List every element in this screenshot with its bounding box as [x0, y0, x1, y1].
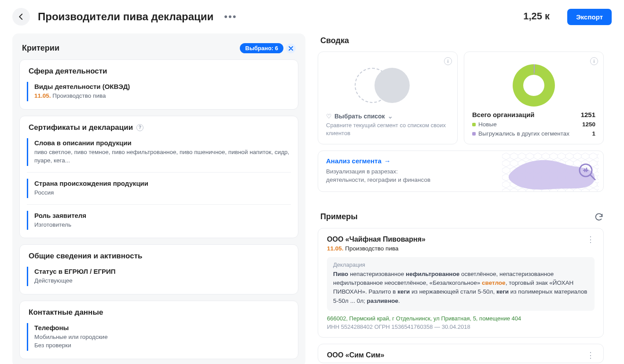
legend-dot-violet [472, 132, 476, 136]
back-button[interactable] [12, 8, 30, 26]
info-icon[interactable]: i [444, 57, 452, 65]
criteria-item-value: 11.05. Производство пива [34, 92, 291, 100]
criteria-item-value: Россия [34, 189, 291, 197]
pick-list-label: Выбрать список [334, 113, 385, 120]
example-more-button[interactable]: ⋮ [587, 351, 595, 359]
criteria-item-value: пиво светлое, пиво темное, пиво нефильтр… [34, 148, 291, 165]
criteria-group-title: Общие сведения и активность [20, 245, 298, 267]
help-icon[interactable]: ? [136, 124, 143, 131]
criteria-item-value: Мобильные или городские [34, 333, 291, 342]
summary-compare-card: i ♡ Выбрать список ⌄ Сравните текущий се… [318, 51, 458, 144]
page-title: Производители пива декларации [38, 11, 213, 23]
stat-total-label: Всего организаций [472, 111, 534, 118]
export-button[interactable]: Экспорт [567, 9, 612, 25]
summary-title: Сводка [320, 36, 349, 45]
declaration-box: Декларация Пиво непастеризованное нефиль… [327, 257, 595, 311]
stat-row-value: 1250 [582, 121, 595, 128]
venn-diagram [326, 58, 449, 109]
criteria-group-certificates: Сертификаты и декларации ? Слова в описа… [19, 116, 298, 239]
criteria-item-value: Действующее [34, 277, 291, 285]
declaration-label: Декларация [333, 261, 588, 268]
okved-code: 11.05. [34, 92, 51, 99]
criteria-item[interactable]: Страна происхождения продукции Россия [27, 179, 291, 198]
heart-icon: ♡ [326, 113, 332, 120]
criteria-title: Критерии [22, 44, 59, 53]
map-decoration-icon [502, 153, 599, 192]
segment-analysis-card[interactable]: Анализ сегмента → Визуализация в разреза… [318, 151, 604, 192]
segment-analysis-link[interactable]: Анализ сегмента → [326, 157, 391, 165]
donut-chart [513, 64, 555, 107]
compare-subtext: Сравните текущий сегмент со списком свои… [326, 121, 449, 137]
refresh-icon[interactable] [594, 212, 604, 222]
arrow-right-icon: → [384, 157, 391, 165]
arrow-left-icon [17, 13, 25, 21]
criteria-item-title: Страна происхождения продукции [34, 180, 291, 187]
criteria-item[interactable]: Роль заявителя Изготовитель [27, 211, 291, 230]
criteria-item[interactable]: Слова в описании продукции пиво светлое,… [27, 138, 291, 166]
criteria-item-value: Изготовитель [34, 221, 291, 229]
criteria-item-title: Роль заявителя [34, 212, 291, 219]
example-okved: 11.05. Производство пива [327, 245, 595, 252]
selected-count-chip[interactable]: Выбрано: 6 [240, 43, 283, 53]
criteria-group-title: Контактные данные [20, 301, 298, 323]
declaration-text: Пиво непастеризованное нефильтрованное о… [333, 270, 588, 305]
criteria-group-general: Общие сведения и активность Статус в ЕГР… [19, 244, 298, 294]
stat-row-label: Новые [478, 121, 497, 128]
example-meta: ИНН 5524288402 ОГРН 1536541760358 — 30.0… [327, 324, 595, 330]
more-menu-button[interactable]: ••• [224, 11, 237, 22]
stat-row-label: Выгружались в других сегментах [478, 130, 569, 137]
close-icon [289, 46, 293, 51]
example-card[interactable]: ООО «Чайфная Пивоварня» ⋮ 11.05. Произво… [318, 228, 604, 338]
example-company-name: ООО «Сим Сим» [327, 351, 384, 359]
criteria-item-value: Без проверки [34, 342, 291, 350]
criteria-item-title: Статус в ЕГРЮЛ / ЕГРИП [34, 268, 291, 275]
example-company-name: ООО «Чайфная Пивоварня» [327, 235, 426, 243]
example-address: 666002, Пермский край, г Отдельнинск, ул… [327, 315, 595, 322]
summary-stats-card: i Всего организаций 1251 Новые 1250 Выгр… [464, 51, 604, 144]
pick-list-dropdown[interactable]: ♡ Выбрать список ⌄ [326, 113, 449, 120]
examples-title: Примеры [320, 212, 358, 221]
criteria-group-contacts: Контактные данные Телефоны Мобильные или… [19, 301, 298, 359]
info-icon[interactable]: i [590, 57, 598, 65]
stat-total-value: 1251 [581, 111, 595, 118]
criteria-item[interactable]: Виды деятельности (ОКВЭД) 11.05. Произво… [27, 82, 291, 101]
criteria-group-title: Сертификаты и декларации [29, 123, 133, 132]
criteria-item-title: Телефоны [34, 324, 291, 331]
criteria-item[interactable]: Телефоны Мобильные или городские Без про… [27, 323, 291, 351]
result-count-badge: 1,25 к [515, 10, 558, 24]
criteria-item[interactable]: Статус в ЕГРЮЛ / ЕГРИП Действующее [27, 267, 291, 286]
criteria-group-title: Сфера деятельности [20, 60, 298, 82]
criteria-item-title: Слова в описании продукции [34, 139, 291, 147]
example-more-button[interactable]: ⋮ [587, 235, 595, 243]
example-card[interactable]: ООО «Сим Сим» ⋮ [318, 344, 604, 363]
legend-dot-green [472, 123, 476, 126]
criteria-panel: Критерии Выбрано: 6 Сфера деятельности В… [12, 33, 305, 364]
stat-row-value: 1 [592, 130, 595, 137]
criteria-group-activity: Сфера деятельности Виды деятельности (ОК… [19, 59, 298, 110]
chevron-down-icon: ⌄ [388, 113, 393, 120]
criteria-item-title: Виды деятельности (ОКВЭД) [34, 83, 291, 90]
clear-criteria-button[interactable] [286, 44, 296, 53]
